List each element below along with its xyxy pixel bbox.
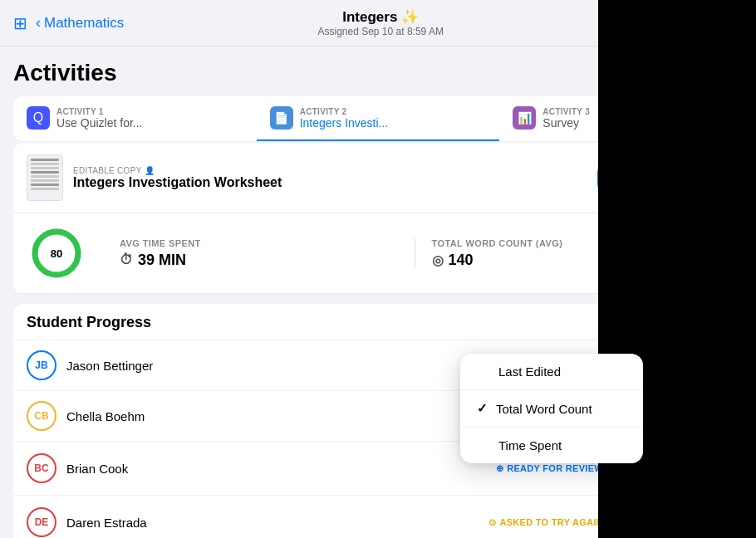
- student-name-brian: Brian Cook: [66, 462, 486, 476]
- tab3-number: ACTIVITY 3: [542, 107, 590, 116]
- tab1-number: ACTIVITY 1: [56, 107, 142, 116]
- completion-percent: 80: [51, 247, 62, 260]
- tab-activity-1[interactable]: Q ACTIVITY 1 Use Quizlet for...: [13, 96, 257, 141]
- tab3-info: ACTIVITY 3 Survey: [542, 107, 590, 130]
- doc-icon: 📄: [270, 106, 293, 130]
- nav-center: Integers ✨ Assigned Sep 10 at 8:59 AM: [317, 8, 443, 37]
- dropdown-item-last-edited[interactable]: Last Edited: [460, 354, 643, 389]
- avatar-jb: JB: [27, 350, 56, 380]
- avatar-cb: CB: [27, 401, 56, 431]
- sidebar-toggle-icon[interactable]: ⊞: [13, 13, 27, 33]
- survey-icon: 📊: [513, 106, 536, 130]
- last-edited-label: Last Edited: [498, 364, 561, 379]
- tab2-name: Integers Investi...: [300, 116, 389, 130]
- nav-left: ⊞ ‹ Mathematics: [13, 13, 124, 33]
- ready-icon-brian: ⊕: [496, 463, 503, 474]
- dropdown-item-total-word-count[interactable]: ✓ Total Word Count: [460, 389, 643, 427]
- clock-icon: ⏱: [120, 252, 133, 267]
- nav-title: Integers ✨: [317, 8, 443, 26]
- avg-time-block: AVG TIME SPENT ⏱ 39 MIN: [103, 238, 415, 269]
- tab2-number: ACTIVITY 2: [300, 107, 389, 116]
- status-brian: ⊕ READY FOR REVIEW: [496, 463, 603, 474]
- student-name-daren: Daren Estrada: [66, 516, 479, 530]
- avatar-bc: BC: [27, 453, 56, 483]
- worksheet-left: EDITABLE COPY 👤 Integers Investigation W…: [27, 154, 282, 201]
- tab1-name: Use Quizlet for...: [56, 116, 142, 130]
- checkmark-icon: ✓: [477, 401, 488, 416]
- completion-donut: 80: [30, 227, 83, 280]
- tab-activity-2[interactable]: 📄 ACTIVITY 2 Integers Investi...: [257, 96, 500, 141]
- chevron-left-icon: ‹: [36, 14, 41, 32]
- page-title-text: Integers ✨: [342, 8, 419, 26]
- progress-title: Student Progress: [27, 314, 151, 331]
- avg-time-value: ⏱ 39 MIN: [120, 252, 415, 269]
- sort-dropdown-menu: Last Edited ✓ Total Word Count Time Spen…: [460, 354, 643, 463]
- back-button[interactable]: ‹ Mathematics: [36, 14, 124, 32]
- tab2-info: ACTIVITY 2 Integers Investi...: [300, 107, 389, 130]
- tab1-info: ACTIVITY 1 Use Quizlet for...: [56, 107, 142, 130]
- back-label: Mathematics: [44, 15, 124, 32]
- worksheet-info: EDITABLE COPY 👤 Integers Investigation W…: [73, 166, 282, 190]
- total-word-count-label: Total Word Count: [496, 402, 592, 416]
- nav-subtitle: Assigned Sep 10 at 8:59 AM: [317, 26, 443, 37]
- time-spent-label: Time Spent: [498, 438, 562, 452]
- check-circle-icon: ◎: [432, 252, 444, 268]
- worksheet-thumbnail: [27, 154, 63, 201]
- avg-time-label: AVG TIME SPENT: [120, 238, 415, 248]
- worksheet-title: Integers Investigation Worksheet: [73, 175, 282, 190]
- editable-badge: EDITABLE COPY 👤: [73, 166, 282, 175]
- dropdown-item-time-spent[interactable]: Time Spent: [460, 427, 643, 463]
- avatar-de: DE: [27, 507, 56, 537]
- quizlet-icon: Q: [27, 106, 50, 130]
- status-daren: ⊙ ASKED TO TRY AGAIN: [488, 517, 603, 528]
- try-again-icon: ⊙: [488, 517, 496, 528]
- tab3-name: Survey: [542, 116, 590, 130]
